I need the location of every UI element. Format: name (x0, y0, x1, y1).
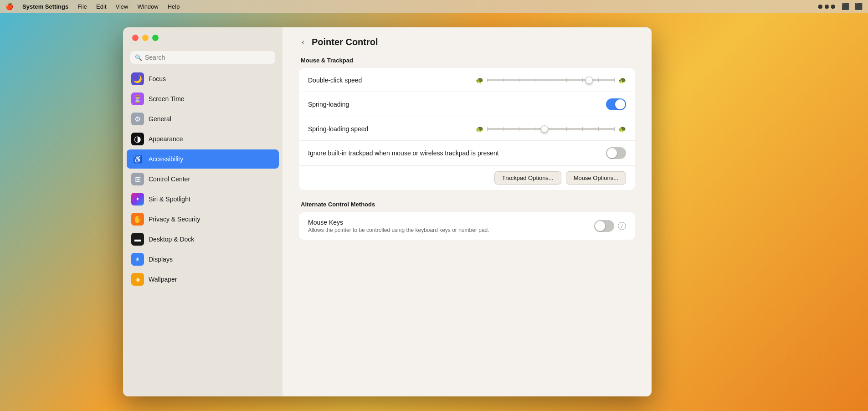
accessibility-icon: ♿ (131, 153, 144, 165)
menu-view[interactable]: View (116, 3, 128, 10)
menubar-right-icons: ⏺⏺⏺ ⬛ ⬛ (817, 3, 863, 10)
trackpad-mouse-buttons-row: Trackpad Options... Mouse Options... (299, 166, 635, 190)
focus-icon: 🌙 (131, 72, 144, 85)
sidebar-label-focus: Focus (149, 75, 166, 82)
spring-loading-slider-container: 🐢 (476, 125, 626, 133)
control-center-icon: ⊞ (131, 173, 144, 185)
double-click-slider-track[interactable] (487, 79, 615, 81)
search-box[interactable]: 🔍 (130, 51, 275, 64)
ignore-trackpad-toggle[interactable] (606, 147, 626, 159)
alternate-control-section-title: Alternate Control Methods (299, 201, 635, 208)
screencapture-icon: ⬛ (855, 3, 863, 10)
sidebar-label-control-center: Control Center (149, 175, 190, 183)
desktop-dock-icon: ▬ (131, 233, 144, 246)
fast-icon: 🐢 (618, 125, 626, 133)
spring-loading-control (606, 98, 626, 110)
spring-loading-speed-label: Spring-loading speed (308, 125, 476, 133)
wallpaper-icon: ◈ (131, 273, 144, 286)
spring-loading-slider-track[interactable] (487, 128, 615, 130)
sidebar-item-desktop-dock[interactable]: ▬ Desktop & Dock (127, 230, 279, 249)
sidebar-label-accessibility: Accessibility (149, 155, 183, 163)
back-button[interactable]: ‹ (299, 36, 307, 48)
spring-loading-speed-control: 🐢 (476, 125, 626, 133)
sidebar-list: 🌙 Focus ⏳ Screen Time ⚙ General ◑ Appear… (123, 69, 282, 396)
menubar: 🍎 System Settings File Edit View Window … (0, 0, 868, 13)
system-settings-window: 🔍 🌙 Focus ⏳ Screen Time ⚙ General ◑ Appe… (123, 27, 652, 396)
sidebar-item-appearance[interactable]: ◑ Appearance (127, 129, 279, 149)
spring-loading-speed-row: Spring-loading speed 🐢 (299, 117, 635, 141)
sidebar-item-screen-time[interactable]: ⏳ Screen Time (127, 89, 279, 108)
mouse-options-button[interactable]: Mouse Options... (566, 171, 626, 185)
double-click-speed-control: 🐢 (476, 77, 626, 84)
ignore-trackpad-row: Ignore built-in trackpad when mouse or w… (299, 141, 635, 166)
mouse-keys-controls: i (594, 220, 626, 232)
spring-loading-toggle[interactable] (606, 98, 626, 110)
content-body: Mouse & Trackpad Double-click speed 🐢 (282, 52, 652, 264)
spring-loading-slider-thumb[interactable] (541, 125, 548, 133)
menu-help[interactable]: Help (168, 3, 180, 10)
apple-menu[interactable]: 🍎 (5, 3, 13, 10)
sidebar-label-displays: Displays (149, 256, 173, 263)
ignore-trackpad-toggle-knob (607, 148, 617, 158)
screen-time-icon: ⏳ (131, 92, 144, 105)
menu-edit[interactable]: Edit (96, 3, 106, 10)
sidebar-label-appearance: Appearance (149, 135, 183, 143)
periscope-icon: ⏺⏺⏺ (817, 3, 836, 10)
ignore-trackpad-control (606, 147, 626, 159)
window-controls (132, 35, 159, 41)
mouse-trackpad-section-title: Mouse & Trackpad (299, 57, 635, 64)
privacy-icon: ✋ (131, 213, 144, 226)
alternate-control-card: Mouse Keys Allows the pointer to be cont… (299, 212, 635, 240)
mouse-keys-row: Mouse Keys Allows the pointer to be cont… (299, 212, 635, 240)
sidebar-label-general: General (149, 115, 171, 123)
sidebar-item-accessibility[interactable]: ♿ Accessibility (127, 149, 279, 169)
double-click-slider-thumb[interactable] (586, 77, 593, 84)
sidebar-item-general[interactable]: ⚙ General (127, 109, 279, 128)
sidebar-item-control-center[interactable]: ⊞ Control Center (127, 170, 279, 189)
general-icon: ⚙ (131, 113, 144, 125)
app-name: System Settings (22, 3, 68, 10)
siri-icon: ✦ (131, 193, 144, 206)
maximize-button[interactable] (152, 35, 159, 41)
close-button[interactable] (132, 35, 139, 41)
mouse-keys-toggle-knob (595, 221, 605, 231)
double-click-speed-row: Double-click speed 🐢 (299, 68, 635, 92)
sidebar-item-focus[interactable]: 🌙 Focus (127, 69, 279, 88)
mouse-keys-sublabel: Allows the pointer to be controlled usin… (308, 227, 594, 233)
spring-loading-toggle-knob (615, 99, 625, 109)
sidebar-label-screen-time: Screen Time (149, 95, 185, 103)
mouse-keys-info-button[interactable]: i (618, 222, 626, 230)
slow-icon: 🐢 (476, 125, 483, 133)
ignore-trackpad-label: Ignore built-in trackpad when mouse or w… (308, 149, 606, 157)
search-icon: 🔍 (135, 54, 142, 61)
spring-loading-label: Spring-loading (308, 101, 606, 108)
mouse-keys-label: Mouse Keys (308, 219, 594, 226)
bettertouchtool-icon: ⬛ (842, 3, 849, 10)
menu-window[interactable]: Window (137, 3, 158, 10)
search-input[interactable] (145, 54, 271, 61)
sidebar-item-wallpaper[interactable]: ◈ Wallpaper (127, 270, 279, 289)
sidebar-label-privacy: Privacy & Security (149, 216, 200, 223)
sidebar: 🔍 🌙 Focus ⏳ Screen Time ⚙ General ◑ Appe… (123, 27, 282, 396)
main-content: ‹ Pointer Control Mouse & Trackpad Doubl… (282, 27, 652, 396)
mouse-keys-toggle[interactable] (594, 220, 614, 232)
menu-file[interactable]: File (77, 3, 87, 10)
mouse-trackpad-card: Double-click speed 🐢 (299, 68, 635, 190)
trackpad-options-button[interactable]: Trackpad Options... (494, 171, 561, 185)
sidebar-label-wallpaper: Wallpaper (149, 276, 177, 283)
fast-turtle-icon: 🐢 (618, 77, 626, 84)
sidebar-item-displays[interactable]: ✴ Displays (127, 250, 279, 269)
sidebar-label-desktop: Desktop & Dock (149, 236, 194, 243)
slow-turtle-icon: 🐢 (476, 77, 483, 84)
displays-icon: ✴ (131, 253, 144, 266)
sidebar-item-siri-spotlight[interactable]: ✦ Siri & Spotlight (127, 190, 279, 209)
double-click-speed-label: Double-click speed (308, 77, 476, 84)
sidebar-item-privacy-security[interactable]: ✋ Privacy & Security (127, 210, 279, 229)
sidebar-label-siri: Siri & Spotlight (149, 195, 190, 203)
minimize-button[interactable] (142, 35, 149, 41)
appearance-icon: ◑ (131, 133, 144, 145)
spring-loading-row: Spring-loading (299, 92, 635, 117)
double-click-slider-container: 🐢 (476, 77, 626, 84)
content-header: ‹ Pointer Control (282, 27, 652, 52)
mouse-keys-text: Mouse Keys Allows the pointer to be cont… (308, 219, 594, 233)
